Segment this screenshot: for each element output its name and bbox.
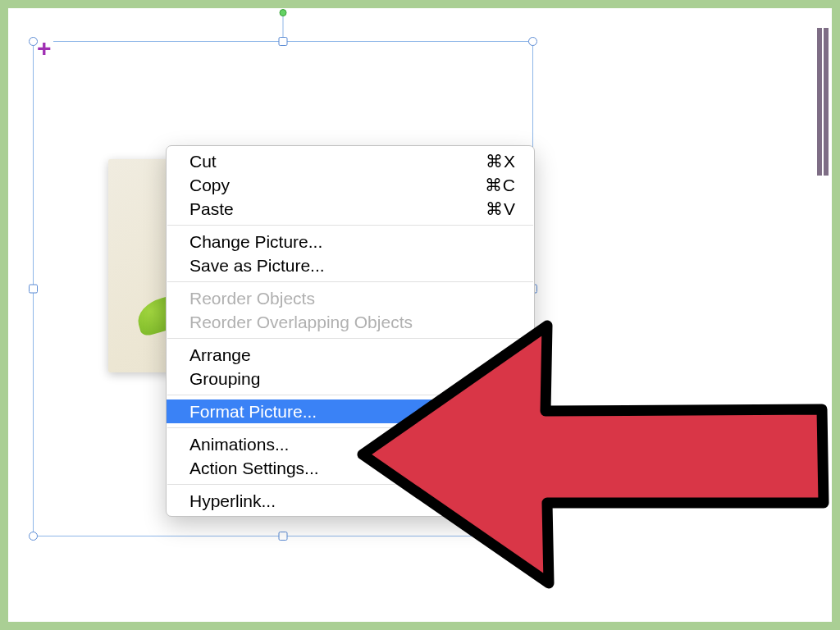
- resize-handle-bm[interactable]: [279, 532, 288, 541]
- resize-handle-bl[interactable]: [29, 532, 38, 541]
- menu-item-cut[interactable]: Cut⌘X: [167, 149, 534, 173]
- menu-item-label: Grouping: [189, 369, 260, 389]
- rotation-handle[interactable]: [280, 9, 287, 16]
- canvas-area: + Cut⌘XCopy⌘CPaste⌘VChange Picture...Sav…: [11, 11, 829, 619]
- menu-item-label: Action Settings...: [189, 459, 319, 478]
- menu-item-label: Paste: [189, 199, 234, 219]
- menu-item-hyperlink[interactable]: Hyperlink...⌘K: [167, 489, 534, 513]
- menu-item-reorder-objects: Reorder Objects: [167, 286, 534, 310]
- menu-item-arrange[interactable]: Arrange: [167, 343, 534, 367]
- menu-item-shortcut: ⌘C: [485, 176, 516, 195]
- menu-item-label: Change Picture...: [189, 232, 322, 252]
- resize-handle-br[interactable]: [528, 532, 537, 541]
- menu-item-label: Animations...: [189, 435, 289, 454]
- menu-item-label: Cut: [189, 152, 217, 171]
- menu-separator: [167, 281, 533, 282]
- submenu-arrow-icon: [509, 350, 516, 360]
- resize-handle-ml[interactable]: [29, 285, 38, 294]
- menu-separator: [167, 427, 533, 428]
- menu-separator: [167, 395, 533, 395]
- menu-separator: [167, 338, 533, 339]
- rotation-handle-stick: [283, 14, 284, 37]
- menu-item-paste[interactable]: Paste⌘V: [167, 197, 534, 221]
- resize-handle-tm[interactable]: [279, 37, 288, 46]
- menu-item-shortcut: ⌘V: [486, 199, 516, 219]
- tutorial-frame: + Cut⌘XCopy⌘CPaste⌘VChange Picture...Sav…: [0, 0, 840, 630]
- context-menu: Cut⌘XCopy⌘CPaste⌘VChange Picture...Save …: [166, 145, 535, 517]
- resize-handle-tr[interactable]: [528, 37, 537, 46]
- right-panel-stripe: [817, 28, 822, 176]
- menu-item-animations[interactable]: Animations...: [167, 432, 534, 456]
- menu-item-label: Format Picture...: [189, 402, 317, 422]
- menu-item-change-picture[interactable]: Change Picture...: [167, 230, 534, 253]
- right-panel-stripe: [824, 28, 829, 176]
- menu-item-shortcut: ⌘X: [486, 152, 516, 171]
- menu-item-label: Save as Picture...: [189, 256, 325, 276]
- menu-item-label: Reorder Overlapping Objects: [189, 313, 413, 332]
- menu-item-format-picture[interactable]: Format Picture...: [167, 399, 534, 423]
- menu-item-label: Reorder Objects: [189, 289, 315, 308]
- menu-item-save-as-picture[interactable]: Save as Picture...: [167, 253, 534, 277]
- menu-separator: [167, 484, 533, 485]
- menu-item-action-settings[interactable]: Action Settings...: [167, 456, 534, 480]
- menu-separator: [167, 225, 533, 226]
- menu-item-label: Copy: [189, 176, 230, 195]
- menu-item-label: Hyperlink...: [189, 491, 276, 511]
- menu-item-label: Arrange: [189, 345, 251, 365]
- menu-item-reorder-overlapping-objects: Reorder Overlapping Objects: [167, 310, 534, 334]
- menu-item-shortcut: ⌘K: [486, 491, 516, 511]
- menu-item-copy[interactable]: Copy⌘C: [167, 173, 534, 197]
- menu-item-grouping[interactable]: Grouping: [167, 367, 534, 390]
- anchor-plus-icon: +: [35, 39, 53, 57]
- resize-handle-tl[interactable]: [29, 37, 38, 46]
